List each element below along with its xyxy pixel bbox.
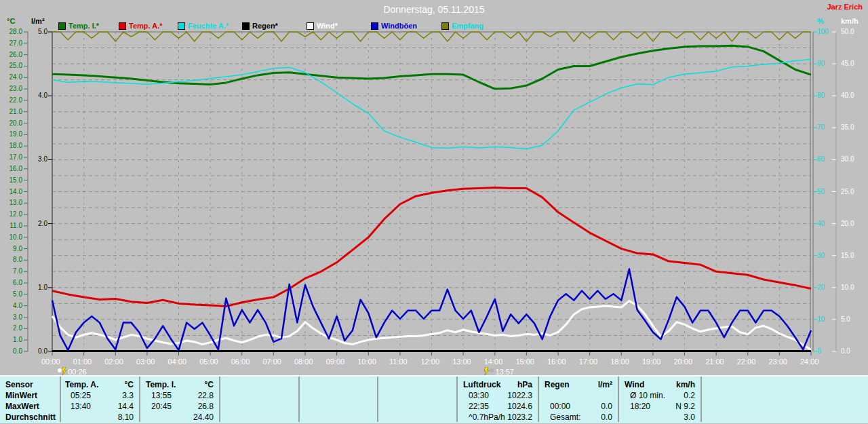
axis-tick-label: 30: [817, 252, 825, 259]
x-axis-tick-label: 24:00: [800, 358, 819, 366]
axis-tick-label: 27.0: [9, 40, 22, 47]
summary-table: SensorMinWertMaxWertDurchschnittTemp. A.…: [0, 375, 868, 423]
table-column-header: Temp. I.: [146, 380, 176, 389]
axis-tick-label: 4.0: [13, 303, 22, 309]
table-time-cell: Gesamt:: [550, 412, 580, 422]
axis-tick-label: 0.0: [13, 348, 22, 355]
axis-tick-label: 10: [817, 316, 825, 323]
x-axis-tick-label: 12:00: [421, 358, 440, 366]
x-axis-tick-label: 19:00: [642, 358, 661, 366]
axis-tick-label: 25.0: [9, 62, 22, 69]
axis-tick-label: 5.0: [38, 28, 47, 35]
x-axis-tick-label: 11:00: [389, 358, 408, 366]
axis-tick-label: 16.0: [9, 166, 22, 172]
x-axis-tick-label: 16:00: [547, 358, 566, 366]
table-column-unit: °C: [125, 380, 134, 389]
axis-tick-label: 12.0: [9, 211, 22, 218]
table-value-cell: 26.8: [198, 402, 214, 411]
axis-tick-label: 20: [817, 284, 825, 291]
table-time-cell: ^0.7hPa/h: [469, 412, 505, 422]
chart-plot-area: [0, 0, 868, 375]
axis-tick-label: 22.0: [9, 97, 22, 104]
axis-tick-label: 0.0: [841, 348, 850, 355]
x-axis-tick-label: 18:00: [610, 358, 629, 366]
table-column-unit: hPa: [517, 380, 532, 389]
table-time-cell: 03:30: [469, 391, 489, 400]
axis-tick-label: 25.0: [841, 189, 854, 195]
axis-tick-label: 5.0: [13, 291, 22, 298]
axis-tick-label: 1.0: [13, 336, 22, 343]
table-time-cell: 13:55: [151, 391, 172, 400]
axis-tick-label: 20.0: [9, 120, 22, 127]
table-column-unit: l/m²: [598, 380, 612, 389]
x-axis-tick-label: 22:00: [737, 358, 756, 366]
x-axis-tick-label: 04:00: [168, 358, 187, 366]
table-column: [378, 377, 458, 422]
axis-tick-label: 3.0: [38, 156, 47, 163]
axis-tick-label: 0: [817, 348, 821, 355]
table-column-unit: km/h: [676, 380, 695, 389]
x-axis-tick-label: 23:00: [768, 358, 787, 366]
table-value-cell: 1023.2: [507, 412, 532, 422]
time-marker-label: 00:26: [68, 368, 87, 376]
table-column-header: Regen: [545, 380, 570, 389]
axis-tick-label: 100: [817, 28, 829, 35]
axis-tick-label: 5.0: [841, 316, 850, 323]
table-row-label: Sensor: [5, 380, 33, 389]
table-value-cell: 0.2: [684, 391, 695, 400]
table-row-label: MaxWert: [5, 402, 39, 411]
x-axis-tick-label: 13:00: [452, 358, 471, 366]
axis-tick-label: 4.0: [38, 92, 47, 99]
axis-tick-label: 9.0: [13, 246, 22, 252]
table-value-cell: 3.0: [684, 412, 695, 422]
table-column: [220, 377, 300, 422]
series-line-feuchte-a-: [52, 60, 811, 149]
axis-tick-label: 13.0: [9, 199, 22, 206]
table-row-label: Durchschnitt: [5, 412, 56, 422]
x-axis-tick-label: 02:00: [104, 358, 123, 366]
table-value-cell: 1024.6: [507, 402, 532, 411]
axis-tick-label: 80: [817, 92, 825, 99]
axis-tick-label: 2.0: [38, 220, 47, 227]
axis-tick-label: 50: [817, 189, 825, 195]
axis-tick-label: 28.0: [9, 28, 22, 35]
axis-tick-label: 0.0: [38, 348, 47, 355]
table-value-cell: 3.3: [122, 391, 134, 400]
table-value-cell: 22.8: [198, 391, 214, 400]
x-axis-tick-label: 05:00: [199, 358, 218, 366]
axis-tick-label: 30.0: [841, 156, 854, 163]
x-axis-tick-label: 15:00: [515, 358, 534, 366]
table-value-cell: 14.4: [118, 402, 134, 411]
x-axis-tick-label: 10:00: [357, 358, 376, 366]
x-axis-tick-label: 03:00: [136, 358, 155, 366]
table-time-cell: 20:45: [151, 402, 172, 411]
axis-tick-label: 21.0: [9, 109, 22, 115]
x-axis-tick-label: 08:00: [294, 358, 313, 366]
weather-app-window: Donnerstag, 05.11.2015 Jarz Erich °C l/m…: [0, 0, 868, 424]
table-time-cell: 22:35: [469, 402, 489, 411]
axis-tick-label: 14.0: [9, 189, 22, 195]
axis-tick-label: 10.0: [9, 234, 22, 241]
axis-tick-label: 23.0: [9, 85, 22, 92]
table-row-label: MinWert: [5, 391, 37, 400]
table-column-header: Luftdruck: [463, 380, 500, 389]
axis-tick-label: 1.0: [38, 284, 47, 291]
axis-tick-label: 50.0: [841, 28, 854, 35]
table-value-cell: 1022.3: [507, 391, 532, 400]
axis-tick-label: 15.0: [841, 252, 854, 259]
axis-tick-label: 18.0: [9, 142, 22, 149]
table-column: [300, 377, 378, 422]
table-value-cell: 8.10: [118, 412, 134, 422]
axis-tick-label: 45.0: [841, 60, 854, 67]
x-axis-tick-label: 21:00: [705, 358, 724, 366]
axis-tick-label: 70: [817, 124, 825, 131]
table-time-cell: 18:20: [630, 402, 650, 411]
axis-tick-label: 7.0: [13, 268, 22, 275]
axis-tick-label: 6.0: [13, 280, 22, 286]
table-time-cell: 00:00: [550, 402, 570, 411]
table-column-header: Temp. A.: [65, 380, 98, 389]
table-value-cell: 24.40: [193, 412, 214, 422]
x-axis-tick-label: 09:00: [326, 358, 345, 366]
axis-tick-label: 15.0: [9, 177, 22, 184]
table-value-cell: N 9.2: [675, 402, 695, 411]
